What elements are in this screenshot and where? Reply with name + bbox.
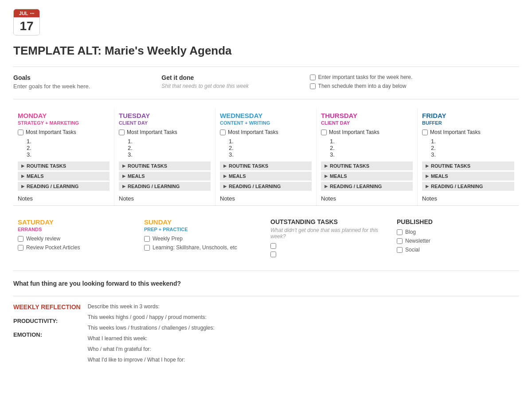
thursday-reading[interactable]: ▶ READING / LEARNING: [321, 182, 413, 191]
published-social-label: Social: [405, 247, 420, 253]
important-task-2-checkbox[interactable]: [310, 83, 316, 89]
tuesday-reading[interactable]: ▶ READING / LEARNING: [119, 182, 211, 191]
wednesday-meals[interactable]: ▶ MEALS: [220, 172, 312, 181]
getitdone-block: Get it done Shit that needs to get done …: [161, 74, 301, 92]
thursday-meals[interactable]: ▶ MEALS: [321, 172, 413, 181]
friday-mit-checkbox[interactable]: [422, 130, 428, 135]
monday-mit-checkbox[interactable]: [18, 130, 23, 135]
tuesday-tasks: 1. 2. 3.: [128, 138, 211, 158]
prompt-3: This weeks lows / frustrations / challen…: [88, 325, 519, 331]
published-social-checkbox[interactable]: [397, 247, 403, 253]
prompt-1: Describe this week in 3 words:: [88, 303, 519, 310]
wednesday-task-2: 2.: [229, 145, 312, 151]
thursday-mit-checkbox[interactable]: [321, 130, 327, 135]
outstanding-item-1-checkbox[interactable]: [270, 243, 276, 249]
important-task-1-text: Enter important tasks for the week here.: [318, 74, 413, 80]
tuesday-task-2: 2.: [128, 145, 211, 151]
calendar-month: JUL ▪▪▪: [14, 9, 39, 17]
goals-placeholder: Enter goals for the week here.: [13, 83, 153, 90]
published-blog: Blog: [397, 229, 514, 235]
published-title: PUBLISHED: [397, 218, 514, 225]
saturday-item-2-checkbox[interactable]: [18, 245, 23, 251]
friday-notes: Notes: [422, 195, 514, 202]
thursday-mit-label: Most Important Tasks: [329, 129, 379, 135]
prompt-5: Who / what I'm grateful for:: [88, 346, 519, 352]
thursday-theme: CLIENT DAY: [321, 120, 413, 126]
wednesday-reading[interactable]: ▶ READING / LEARNING: [220, 182, 312, 191]
wednesday-task-1: 1.: [229, 138, 312, 145]
wednesday-theme: CONTENT + WRITING: [220, 120, 312, 126]
friday-tasks: 1. 2. 3.: [431, 138, 514, 158]
friday-routine-tasks[interactable]: ▶ ROUTINE TASKS: [422, 161, 514, 170]
tuesday-task-3: 3.: [128, 151, 211, 158]
published-blog-checkbox[interactable]: [397, 229, 403, 235]
monday-routine-tasks[interactable]: ▶ ROUTINE TASKS: [18, 161, 110, 170]
sunday-item-2: Learning: Skillshare, Unschools, etc: [144, 244, 262, 251]
sunday-item-1: Weekly Prep: [144, 236, 262, 242]
sunday-name: SUNDAY: [144, 218, 262, 226]
monday-meals[interactable]: ▶ MEALS: [18, 172, 110, 181]
sunday-item-2-checkbox[interactable]: [144, 245, 150, 251]
day-tuesday: TUESDAY CLIENT DAY Most Important Tasks …: [114, 108, 215, 205]
wednesday-routine-tasks[interactable]: ▶ ROUTINE TASKS: [220, 161, 312, 170]
monday-reading[interactable]: ▶ READING / LEARNING: [18, 182, 110, 191]
important-task-2: Then schedule them into a day below: [310, 83, 519, 89]
wednesday-notes: Notes: [220, 195, 312, 202]
tuesday-mit-checkbox[interactable]: [119, 130, 125, 135]
monday-tasks: 1. 2. 3.: [27, 138, 110, 158]
published-newsletter-checkbox[interactable]: [397, 238, 403, 244]
thursday-tasks: 1. 2. 3.: [330, 138, 413, 158]
important-tasks-block: Enter important tasks for the week here.…: [310, 74, 519, 92]
wednesday-name: WEDNESDAY: [220, 112, 312, 119]
important-task-1: Enter important tasks for the week here.: [310, 74, 519, 80]
friday-reading[interactable]: ▶ READING / LEARNING: [422, 182, 514, 191]
wednesday-mit-row: Most Important Tasks: [220, 129, 312, 135]
saturday-item-1-text: Weekly review: [26, 236, 60, 242]
wednesday-mit-label: Most Important Tasks: [228, 129, 278, 135]
goals-label: Goals: [13, 74, 153, 81]
outstanding-item-2-checkbox[interactable]: [270, 252, 276, 257]
prompt-6: What I'd like to improve / What I hope f…: [88, 357, 519, 363]
tuesday-routine-tasks[interactable]: ▶ ROUTINE TASKS: [119, 161, 211, 170]
page-title: TEMPLATE ALT: Marie's Weekly Agenda: [13, 44, 519, 58]
sunday-item-1-checkbox[interactable]: [144, 236, 150, 242]
wednesday-tasks: 1. 2. 3.: [229, 138, 312, 158]
reflection-prompts: Describe this week in 3 words: This week…: [88, 303, 519, 363]
calendar-day: 17: [14, 17, 39, 35]
thursday-routine-tasks[interactable]: ▶ ROUTINE TASKS: [321, 161, 413, 170]
getitdone-subtext: Shit that needs to get done this week: [161, 83, 301, 89]
sunday-item-1-text: Weekly Prep: [153, 236, 183, 242]
fun-question: What fun thing are you looking forward t…: [13, 280, 519, 287]
tuesday-meals[interactable]: ▶ MEALS: [119, 172, 211, 181]
tuesday-mit-row: Most Important Tasks: [119, 129, 211, 135]
tuesday-theme: CLIENT DAY: [119, 120, 211, 126]
day-sunday: SUNDAY PREP + PRACTICE Weekly Prep Learn…: [140, 215, 266, 263]
friday-name: FRIDAY: [422, 112, 514, 119]
wednesday-task-3: 3.: [229, 151, 312, 158]
thursday-notes: Notes: [321, 195, 413, 202]
sunday-item-2-text: Learning: Skillshare, Unschools, etc: [153, 244, 237, 251]
monday-mit-row: Most Important Tasks: [18, 129, 110, 135]
friday-theme: BUFFER: [422, 120, 514, 126]
top-section: Goals Enter goals for the week here. Get…: [13, 67, 519, 99]
friday-meals[interactable]: ▶ MEALS: [422, 172, 514, 181]
friday-task-3: 3.: [431, 151, 514, 158]
day-wednesday: WEDNESDAY CONTENT + WRITING Most Importa…: [215, 108, 317, 205]
reflection-left: WEEKLY REFLECTION PRODUCTIVITY: EMOTION:: [13, 303, 81, 363]
wednesday-mit-checkbox[interactable]: [220, 130, 226, 135]
important-task-1-checkbox[interactable]: [310, 75, 316, 80]
monday-theme: STRATEGY + MARKETING: [18, 120, 110, 126]
saturday-item-1-checkbox[interactable]: [18, 236, 23, 242]
thursday-mit-row: Most Important Tasks: [321, 129, 413, 135]
friday-mit-row: Most Important Tasks: [422, 129, 514, 135]
outstanding-title: OUTSTANDING TASKS: [270, 218, 388, 225]
monday-mit-label: Most Important Tasks: [26, 129, 76, 135]
days-grid: MONDAY STRATEGY + MARKETING Most Importa…: [13, 108, 519, 206]
thursday-name: THURSDAY: [321, 112, 413, 119]
tuesday-name: TUESDAY: [119, 112, 211, 119]
day-thursday: THURSDAY CLIENT DAY Most Important Tasks…: [317, 108, 418, 205]
saturday-item-2: Review Pocket Articles: [18, 244, 135, 251]
friday-task-1: 1.: [431, 138, 514, 145]
reflection-section: WEEKLY REFLECTION PRODUCTIVITY: EMOTION:…: [13, 296, 519, 363]
saturday-theme: ERRANDS: [18, 227, 135, 232]
